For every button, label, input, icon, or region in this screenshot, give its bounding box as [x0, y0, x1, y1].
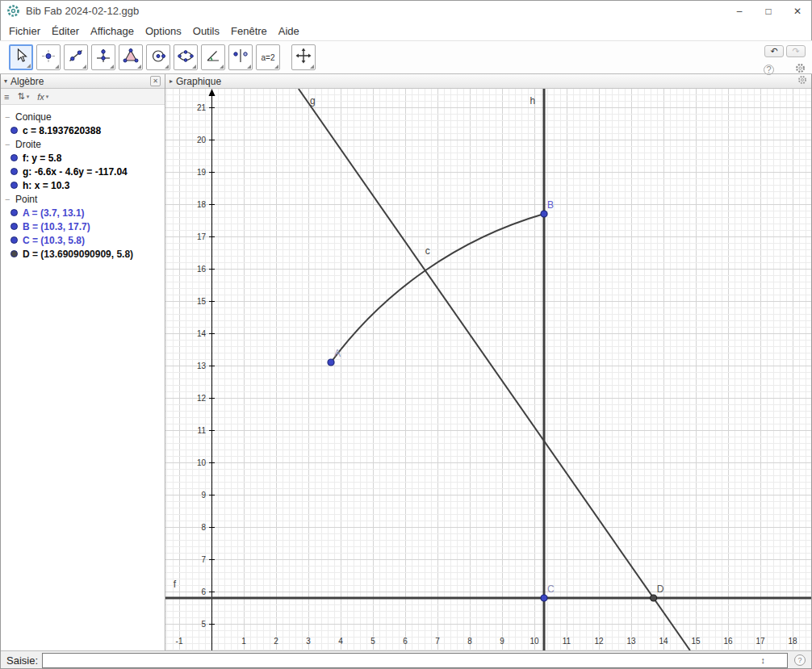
- close-button[interactable]: ✕: [783, 1, 812, 21]
- svg-text:10: 10: [529, 637, 539, 646]
- tool-dropdown-caret[interactable]: [27, 64, 31, 68]
- graph-svg[interactable]: 56789101112131415161718192021-1123456789…: [165, 89, 811, 650]
- algebra-item-B[interactable]: B = (10.3, 17.7): [0, 220, 165, 233]
- tool-dropdown-caret[interactable]: [220, 65, 224, 69]
- menu-outils[interactable]: Outils: [187, 23, 225, 40]
- svg-text:5: 5: [370, 637, 375, 646]
- transform-tool-button[interactable]: [228, 44, 253, 70]
- svg-text:8: 8: [467, 637, 472, 646]
- item-text: g: -6.6x - 4.6y = -117.04: [23, 166, 128, 178]
- point-B[interactable]: [541, 211, 547, 217]
- line-tool-button[interactable]: [64, 44, 88, 70]
- algebra-group-conique[interactable]: − Conique: [0, 110, 165, 123]
- redo-button[interactable]: ↷: [786, 45, 806, 57]
- tool-dropdown-caret[interactable]: [165, 65, 169, 69]
- sort-icon[interactable]: ≡: [4, 92, 9, 102]
- svg-text:4: 4: [338, 637, 343, 646]
- menu-editer[interactable]: Éditer: [46, 23, 85, 40]
- slider-tool-button[interactable]: a=2: [256, 44, 280, 70]
- svg-text:7: 7: [201, 555, 206, 564]
- tool-dropdown-caret[interactable]: [55, 65, 59, 69]
- move-tool-button[interactable]: [9, 44, 33, 70]
- svg-text:19: 19: [197, 168, 207, 177]
- slider-icon: a=2: [262, 53, 275, 62]
- visibility-marble-icon[interactable]: [10, 250, 18, 257]
- tool-dropdown-caret[interactable]: [192, 65, 196, 69]
- menu-options[interactable]: Options: [140, 23, 187, 40]
- point-C[interactable]: [541, 595, 547, 601]
- algebra-item-g[interactable]: g: -6.6x - 4.6y = -117.04: [0, 165, 165, 178]
- visibility-marble-icon[interactable]: [10, 127, 18, 134]
- y-axis-arrow: [209, 89, 216, 96]
- command-input[interactable]: [42, 653, 788, 668]
- menu-aide[interactable]: Aide: [273, 23, 305, 40]
- svg-text:h: h: [529, 95, 535, 107]
- tool-dropdown-caret[interactable]: [110, 65, 114, 69]
- input-history-spinner-icon[interactable]: ↕: [761, 654, 766, 666]
- polygon-tool-button[interactable]: [119, 44, 143, 70]
- svg-text:21: 21: [197, 103, 207, 112]
- move-graphics-tool-button[interactable]: [291, 44, 316, 70]
- point-tool-button[interactable]: [36, 44, 61, 70]
- tool-dropdown-caret[interactable]: [82, 65, 86, 69]
- circle-tool-button[interactable]: [146, 44, 170, 70]
- conic-tool-button[interactable]: [174, 44, 198, 70]
- graphics-settings-gear-icon[interactable]: [797, 75, 807, 87]
- item-text: A = (3.7, 13.1): [23, 207, 85, 219]
- tool-dropdown-caret[interactable]: [274, 65, 278, 69]
- tool-dropdown-caret[interactable]: [137, 65, 141, 69]
- visibility-marble-icon[interactable]: [10, 154, 18, 161]
- svg-text:B: B: [547, 199, 554, 211]
- tree-collapse-icon[interactable]: −: [5, 194, 15, 204]
- algebra-item-A[interactable]: A = (3.7, 13.1): [0, 206, 165, 220]
- algebra-group-point[interactable]: − Point: [0, 192, 165, 206]
- menu-bar: Fichier Éditer Affichage Options Outils …: [0, 21, 812, 40]
- undo-button[interactable]: ↶: [764, 45, 784, 57]
- visibility-marble-icon[interactable]: [10, 168, 18, 175]
- algebra-item-D[interactable]: D = (13.6909090909, 5.8): [0, 247, 165, 261]
- expand-triangle-icon[interactable]: ▸: [170, 77, 173, 85]
- settings-gear-icon[interactable]: [795, 62, 806, 77]
- maximize-button[interactable]: □: [754, 1, 783, 21]
- help-icon[interactable]: ?: [764, 65, 774, 75]
- algebra-item-c[interactable]: c = 8.1937620388: [0, 123, 165, 137]
- svg-text:16: 16: [197, 265, 207, 274]
- algebra-item-h[interactable]: h: x = 10.3: [0, 178, 165, 192]
- point-A[interactable]: [328, 359, 334, 366]
- algebra-close-icon[interactable]: ✕: [150, 76, 161, 86]
- group-label: Conique: [15, 111, 52, 123]
- special-line-tool-button[interactable]: [91, 44, 115, 70]
- angle-tool-button[interactable]: [201, 44, 225, 70]
- tree-collapse-icon[interactable]: −: [5, 112, 15, 122]
- visibility-marble-icon[interactable]: [10, 236, 18, 244]
- visibility-marble-icon[interactable]: [10, 223, 18, 230]
- menu-fenetre[interactable]: Fenêtre: [225, 23, 273, 40]
- sort-order-icon[interactable]: ⇅▾: [17, 91, 29, 102]
- svg-text:13: 13: [626, 637, 636, 646]
- menu-fichier[interactable]: Fichier: [3, 23, 46, 40]
- algebra-group-droite[interactable]: − Droite: [0, 137, 165, 151]
- svg-text:16: 16: [723, 637, 733, 646]
- minimize-button[interactable]: –: [725, 1, 754, 21]
- tool-dropdown-caret[interactable]: [247, 65, 251, 69]
- visibility-marble-icon[interactable]: [10, 182, 18, 189]
- graphics-panel-title: Graphique: [176, 76, 221, 87]
- point-D[interactable]: [651, 595, 657, 601]
- input-help-icon[interactable]: ?: [794, 654, 806, 666]
- tree-collapse-icon[interactable]: −: [5, 140, 15, 149]
- algebra-item-f[interactable]: f: y = 5.8: [0, 151, 165, 165]
- input-bar: Saisie: ↕ ?: [0, 650, 812, 669]
- fx-filter-icon[interactable]: fx▾: [37, 92, 48, 102]
- svg-text:11: 11: [563, 637, 571, 646]
- tool-dropdown-caret[interactable]: [310, 65, 314, 69]
- item-text: D = (13.6909090909, 5.8): [23, 249, 133, 260]
- main-content: ▾ Algèbre ✕ ≡ ⇅▾ fx▾ − Conique c = 8.193…: [0, 74, 812, 650]
- collapse-triangle-icon[interactable]: ▾: [4, 77, 7, 85]
- svg-text:10: 10: [197, 458, 207, 467]
- menu-affichage[interactable]: Affichage: [85, 23, 140, 40]
- svg-text:14: 14: [197, 329, 207, 338]
- algebra-item-C[interactable]: C = (10.3, 5.8): [0, 233, 165, 247]
- toolbar: a=2 ↶ ↷ ?: [0, 40, 812, 74]
- visibility-marble-icon[interactable]: [10, 209, 18, 216]
- graphics-canvas[interactable]: 56789101112131415161718192021-1123456789…: [165, 89, 811, 650]
